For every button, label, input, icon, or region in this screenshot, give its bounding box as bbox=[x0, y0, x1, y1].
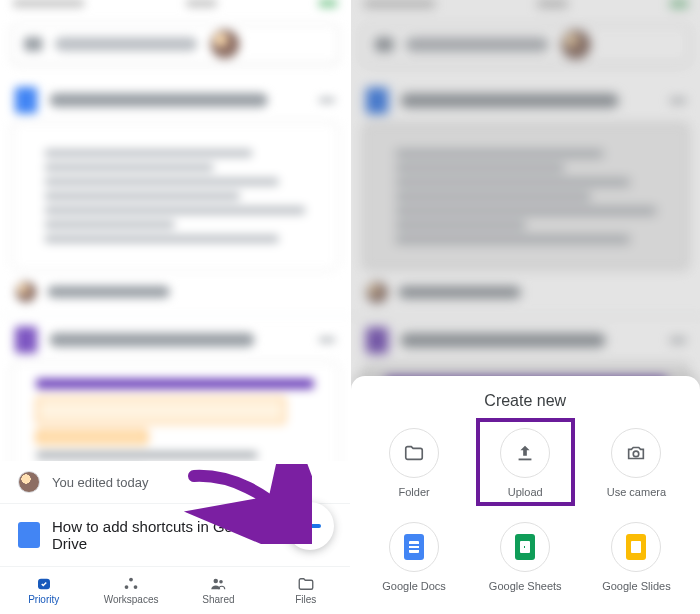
priority-icon bbox=[34, 576, 54, 592]
bottom-nav: Priority Workspaces Shared bbox=[0, 566, 350, 614]
plus-icon bbox=[299, 515, 321, 537]
nav-priority-label: Priority bbox=[28, 594, 59, 605]
svg-point-7 bbox=[634, 451, 640, 457]
create-sheets-label: Google Sheets bbox=[489, 580, 562, 592]
file-title: How to add shortcuts in Google Drive bbox=[52, 518, 300, 552]
nav-workspaces[interactable]: Workspaces bbox=[87, 567, 174, 614]
shared-icon bbox=[208, 576, 228, 592]
create-new-title: Create new bbox=[351, 392, 701, 410]
files-icon bbox=[296, 576, 316, 592]
create-slides-button[interactable]: Google Slides bbox=[581, 514, 692, 600]
create-docs-label: Google Docs bbox=[382, 580, 446, 592]
create-folder-button[interactable]: Folder bbox=[359, 420, 470, 506]
nav-files[interactable]: Files bbox=[262, 567, 349, 614]
create-sheets-button[interactable]: Google Sheets bbox=[470, 514, 581, 600]
svg-point-4 bbox=[214, 579, 219, 584]
folder-icon bbox=[389, 428, 439, 478]
editor-avatar bbox=[18, 471, 40, 493]
google-sheets-icon bbox=[500, 522, 550, 572]
google-slides-icon bbox=[611, 522, 661, 572]
upload-highlight-box bbox=[476, 418, 575, 506]
edited-text: You edited today bbox=[52, 475, 148, 490]
nav-shared-label: Shared bbox=[202, 594, 234, 605]
svg-point-2 bbox=[125, 585, 129, 589]
google-docs-icon bbox=[389, 522, 439, 572]
create-docs-button[interactable]: Google Docs bbox=[359, 514, 470, 600]
nav-files-label: Files bbox=[295, 594, 316, 605]
create-new-sheet: Create new Folder Upload bbox=[351, 376, 701, 614]
google-docs-icon bbox=[18, 522, 40, 548]
left-blurred-background bbox=[0, 0, 351, 494]
create-camera-label: Use camera bbox=[607, 486, 666, 498]
nav-workspaces-label: Workspaces bbox=[104, 594, 159, 605]
workspaces-icon bbox=[121, 576, 141, 592]
phone-right: Create new Folder Upload bbox=[351, 0, 701, 614]
nav-shared[interactable]: Shared bbox=[175, 567, 262, 614]
phone-left: You edited today How to add shortcuts in… bbox=[0, 0, 351, 614]
svg-point-3 bbox=[134, 585, 138, 589]
nav-priority[interactable]: Priority bbox=[0, 567, 87, 614]
svg-point-1 bbox=[129, 578, 133, 582]
camera-icon bbox=[611, 428, 661, 478]
create-folder-label: Folder bbox=[398, 486, 429, 498]
create-slides-label: Google Slides bbox=[602, 580, 671, 592]
svg-point-5 bbox=[220, 580, 224, 584]
create-new-fab[interactable] bbox=[286, 502, 334, 550]
create-camera-button[interactable]: Use camera bbox=[581, 420, 692, 506]
